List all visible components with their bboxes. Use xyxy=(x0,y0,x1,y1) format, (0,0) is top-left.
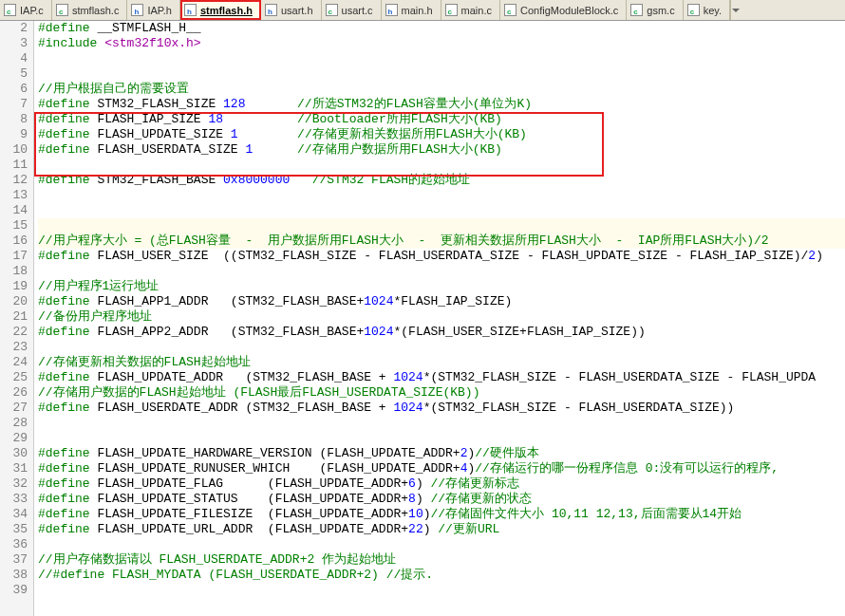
tab-label: usart.h xyxy=(281,5,313,16)
line-number: 9 xyxy=(0,127,28,142)
line-number: 6 xyxy=(0,82,28,97)
tab-overflow-dropdown[interactable] xyxy=(730,0,740,20)
c-file-icon xyxy=(687,4,700,16)
editor: 2345678910111213141516171819202122232425… xyxy=(0,21,845,616)
line-number: 37 xyxy=(0,552,28,568)
line-number: 28 xyxy=(0,416,28,431)
c-file-icon xyxy=(326,4,338,16)
line-number: 10 xyxy=(0,142,28,158)
h-file-icon xyxy=(184,4,197,16)
tab-label: key. xyxy=(704,5,722,16)
line-number: 14 xyxy=(0,203,28,218)
code-line[interactable]: //存储用户数据的FLASH起始地址 (FLASH最后FLASH_USERDAT… xyxy=(38,385,845,401)
code-line[interactable] xyxy=(38,416,845,431)
h-file-icon xyxy=(131,4,143,16)
code-line[interactable]: #include <stm32f10x.h> xyxy=(38,36,845,51)
code-line[interactable]: #define FLASH_UPDATE_URL_ADDR (FLASH_UPD… xyxy=(38,522,845,537)
code-line[interactable]: #define FLASH_UPDATE_HARDWARE_VERSION (F… xyxy=(38,446,845,461)
code-line[interactable]: //用户根据自己的需要设置 xyxy=(38,82,845,97)
code-line[interactable] xyxy=(38,431,845,446)
tab-label: IAP.c xyxy=(20,5,44,16)
code-line[interactable] xyxy=(38,51,845,66)
c-file-icon xyxy=(630,4,643,16)
code-line[interactable]: #define FLASH_APP2_ADDR (STM32_FLASH_BAS… xyxy=(38,325,845,340)
code-line[interactable] xyxy=(38,188,845,203)
line-number: 29 xyxy=(0,431,28,446)
line-number: 26 xyxy=(0,385,28,401)
tab-label: stmflash.c xyxy=(72,5,120,16)
tab-stmflash-h[interactable]: stmflash.h xyxy=(180,0,261,20)
line-number: 16 xyxy=(0,233,28,249)
line-number: 25 xyxy=(0,370,28,385)
code-line[interactable]: #define FLASH_UPDATE_SIZE 1 //存储更新相关数据所用… xyxy=(38,127,845,142)
line-number: 19 xyxy=(0,279,28,294)
code-line[interactable]: //备份用户程序地址 xyxy=(38,309,845,325)
code-line[interactable]: //#define FLASH_MYDATA (FLASH_USERDATE_A… xyxy=(38,568,845,583)
code-line[interactable] xyxy=(38,218,845,233)
line-number: 20 xyxy=(0,294,28,309)
tab-label: ConfigModuleBlock.c xyxy=(520,5,618,16)
line-number: 21 xyxy=(0,309,28,325)
tab-stmflash-c[interactable]: stmflash.c xyxy=(52,0,128,20)
code-line[interactable] xyxy=(38,583,845,598)
line-number: 22 xyxy=(0,325,28,340)
code-line[interactable]: #define STM32_FLASH_BASE 0x8000000 //STM… xyxy=(38,173,845,188)
line-number: 4 xyxy=(0,51,28,66)
line-number: 12 xyxy=(0,173,28,188)
line-number: 38 xyxy=(0,568,28,583)
code-line[interactable] xyxy=(38,264,845,279)
code-line[interactable]: //存储更新相关数据的FLASH起始地址 xyxy=(38,355,845,370)
code-line[interactable]: //用户程序大小 = (总FLASH容量 - 用户数据所用FLASH大小 - 更… xyxy=(38,233,845,249)
tab-main-c[interactable]: main.c xyxy=(441,0,500,20)
c-file-icon xyxy=(4,4,16,16)
c-file-icon xyxy=(56,4,68,16)
code-line[interactable] xyxy=(38,203,845,218)
code-line[interactable] xyxy=(38,66,845,82)
line-number: 39 xyxy=(0,583,28,598)
tab-label: main.c xyxy=(461,5,492,16)
line-number: 23 xyxy=(0,340,28,355)
code-line[interactable]: #define FLASH_UPDATE_STATUS (FLASH_UPDAT… xyxy=(38,492,845,507)
line-number: 32 xyxy=(0,476,28,492)
tab-key-[interactable]: key. xyxy=(684,0,730,20)
code-line[interactable]: #define FLASH_USER_SIZE ((STM32_FLASH_SI… xyxy=(38,249,845,264)
tab-label: gsm.c xyxy=(647,5,674,16)
code-line[interactable] xyxy=(38,537,845,552)
code-line[interactable]: #define FLASH_UPDATE_RUNUSER_WHICH (FLAS… xyxy=(38,461,845,476)
line-number: 2 xyxy=(0,21,28,36)
tab-IAP-h[interactable]: IAP.h xyxy=(127,0,180,20)
line-number: 17 xyxy=(0,249,28,264)
code-line[interactable]: #define FLASH_USERDATE_ADDR (STM32_FLASH… xyxy=(38,401,845,416)
code-line[interactable] xyxy=(38,340,845,355)
code-line[interactable]: #define STM32_FLASH_SIZE 128 //所选STM32的F… xyxy=(38,97,845,112)
line-number: 8 xyxy=(0,112,28,127)
code-line[interactable]: //用户程序1运行地址 xyxy=(38,279,845,294)
tab-ConfigModuleBlock-c[interactable]: ConfigModuleBlock.c xyxy=(500,0,627,20)
code-line[interactable]: #define FLASH_IAP_SIZE 18 //BootLoader所用… xyxy=(38,112,845,127)
code-line[interactable]: #define FLASH_APP1_ADDR (STM32_FLASH_BAS… xyxy=(38,294,845,309)
tab-gsm-c[interactable]: gsm.c xyxy=(627,0,683,20)
line-number: 36 xyxy=(0,537,28,552)
tab-usart-c[interactable]: usart.c xyxy=(322,0,382,20)
tab-main-h[interactable]: main.h xyxy=(382,0,441,20)
code-line[interactable]: #define FLASH_UPDATE_ADDR (STM32_FLASH_B… xyxy=(38,370,845,385)
tab-label: IAP.h xyxy=(147,5,172,16)
line-gutter: 2345678910111213141516171819202122232425… xyxy=(0,21,34,616)
tab-IAP-c[interactable]: IAP.c xyxy=(0,0,52,20)
code-line[interactable]: #define FLASH_UPDATE_FLAG (FLASH_UPDATE_… xyxy=(38,476,845,492)
code-line[interactable]: #define FLASH_USERDATA_SIZE 1 //存储用户数据所用… xyxy=(38,142,845,158)
line-number: 35 xyxy=(0,522,28,537)
tab-usart-h[interactable]: usart.h xyxy=(261,0,322,20)
code-line[interactable]: #define FLASH_UPDATE_FILESIZE (FLASH_UPD… xyxy=(38,507,845,522)
tab-label: usart.c xyxy=(342,5,373,16)
code-line[interactable]: //用户存储数据请以 FLASH_USERDATE_ADDR+2 作为起始地址 xyxy=(38,552,845,568)
code-area[interactable]: #define __STMFLASH_H__#include <stm32f10… xyxy=(34,21,845,616)
line-number: 31 xyxy=(0,461,28,476)
tab-bar: IAP.cstmflash.cIAP.hstmflash.husart.husa… xyxy=(0,0,845,21)
line-number: 27 xyxy=(0,401,28,416)
code-line[interactable] xyxy=(38,158,845,173)
line-number: 13 xyxy=(0,188,28,203)
code-line[interactable]: #define __STMFLASH_H__ xyxy=(38,21,845,36)
tab-label: stmflash.h xyxy=(200,5,253,16)
c-file-icon xyxy=(445,4,458,16)
